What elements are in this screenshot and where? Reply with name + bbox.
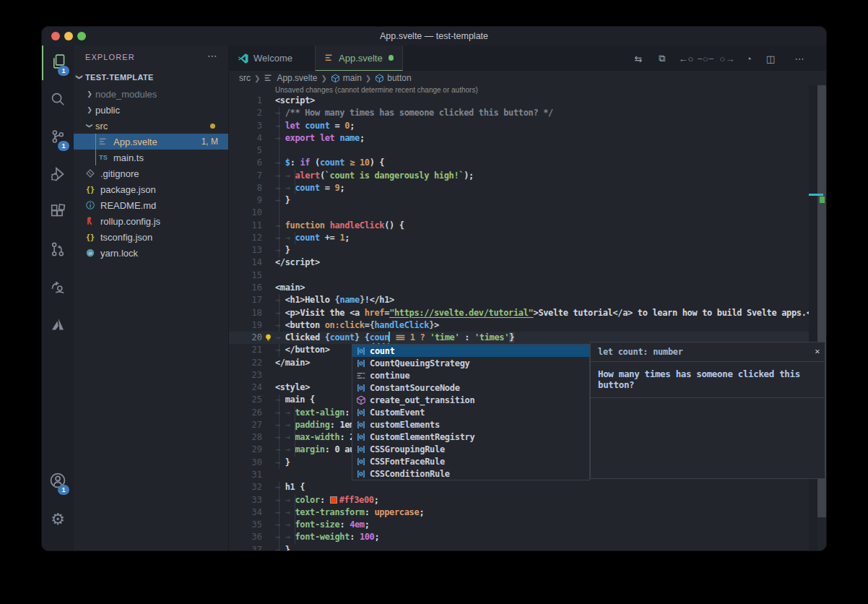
line-content: → → alert(`count is dangerously high!`); [275, 170, 474, 182]
code-line-16[interactable]: 16<main> [229, 282, 826, 294]
breadcrumb-main[interactable]: main [331, 73, 362, 83]
active-indent-guide [95, 134, 96, 165]
suggestion-cssgroupingrule[interactable]: CSSGroupingRule [352, 443, 589, 455]
navigate-back-icon[interactable]: ←○ [679, 51, 693, 66]
file-row-rollup-config-js[interactable]: rollup.config.js [74, 213, 228, 229]
tab-app-svelte[interactable]: App.svelte [316, 46, 403, 71]
file-row-src[interactable]: ❯src [74, 118, 228, 134]
more-actions-icon[interactable]: ⋯ [792, 51, 807, 66]
activity-azure[interactable] [42, 309, 74, 343]
line-content: → → count += 1; [275, 232, 350, 244]
suggestion-countqueuingstrategy[interactable]: CountQueuingStrategy [352, 357, 589, 369]
code-line-2[interactable]: 2→ /** How many times has someone clicke… [229, 107, 826, 119]
code-line-11[interactable]: 11→ function handleClick() { [229, 220, 826, 232]
code-line-4[interactable]: 4→ export let name; [229, 132, 826, 144]
file-row-readme-md[interactable]: README.md [74, 197, 228, 213]
code-line-19[interactable]: 19→ <button on:click={handleClick}> [229, 319, 826, 332]
code-line-34[interactable]: 34→ → text-transform: uppercase; [229, 506, 826, 519]
file-row-package-json[interactable]: {}package.json [74, 181, 228, 197]
line-content: → } [275, 244, 290, 256]
file-row--gitignore[interactable]: .gitignore [74, 165, 228, 181]
code-line-35[interactable]: 35→ → font-size: 4em; [229, 519, 826, 531]
activity-accounts[interactable]: 1 [42, 465, 74, 499]
code-line-15[interactable]: 15 [229, 269, 826, 282]
code-line-5[interactable]: 5 [229, 144, 826, 157]
activity-source-control[interactable]: 1 [42, 121, 74, 155]
line-content: → Clicked {count} {coun ≡ 1 ? 'time' : '… [275, 332, 514, 344]
activity-run-debug[interactable] [42, 158, 74, 193]
code-line-33[interactable]: 33→ → color: #ff3e00; [229, 494, 826, 506]
code-line-10[interactable]: 10 [229, 207, 826, 219]
line-content: → main { [275, 394, 315, 406]
overview-cursor-mark [809, 194, 823, 196]
code-line-9[interactable]: 9→ } [229, 194, 826, 207]
symbol-cube-icon [375, 74, 384, 83]
open-preview-icon[interactable]: ⧉ [655, 51, 669, 66]
code-line-6[interactable]: 6→ $: if (count ≥ 10) { [229, 157, 826, 169]
navigate-position-icon[interactable]: −○− [698, 51, 713, 66]
suggestion-cssfontfacerule[interactable]: CSSFontFaceRule [352, 455, 589, 467]
split-editor-icon[interactable]: ◫ [763, 51, 778, 66]
file-row-main-ts[interactable]: TSmain.ts [74, 150, 228, 165]
git-status-badge: 1, M [201, 137, 218, 147]
color-swatch [330, 496, 337, 504]
activity-explorer[interactable]: 1 [42, 46, 74, 80]
workspace-root-row[interactable]: ❯ TEST-TEMPLATE [74, 69, 228, 85]
breadcrumb-src[interactable]: src [239, 73, 251, 83]
open-changes-icon[interactable]: ⇆ [631, 51, 646, 66]
scrollbar-track[interactable] [809, 85, 817, 551]
breadcrumb-button[interactable]: button [375, 73, 411, 83]
code-line-17[interactable]: 17→ <h1>Hello {name}!</h1> [229, 294, 826, 306]
code-line-13[interactable]: 13→ } [229, 244, 826, 256]
file-row-yarn-lock[interactable]: yarn.lock [74, 245, 228, 261]
codelens-unsaved[interactable]: Unsaved changes (cannot determine recent… [275, 85, 478, 95]
activity-settings[interactable]: ⚙ [42, 502, 74, 537]
code-line-18[interactable]: 18→ <p>Visit the <a href="https://svelte… [229, 307, 826, 319]
activity-search[interactable] [42, 83, 74, 118]
code-line-8[interactable]: 8→ → count = 9; [229, 182, 826, 194]
tab-welcome[interactable]: Welcome [229, 46, 316, 71]
code-line-12[interactable]: 12→ → count += 1; [229, 232, 826, 244]
code-line-14[interactable]: 14</script> [229, 256, 826, 269]
line-number: 21 [229, 344, 262, 356]
line-number: 16 [229, 282, 262, 294]
code-line-7[interactable]: 7→ → alert(`count is dangerously high!`)… [229, 170, 826, 182]
suggest-details-panel: let count: number How many times has som… [590, 342, 825, 479]
breadcrumb[interactable]: src❯App.svelte❯main❯button [229, 71, 826, 85]
activity-live-share[interactable] [42, 271, 74, 306]
file-row-tsconfig-json[interactable]: {}tsconfig.json [74, 229, 228, 245]
file-row-app-svelte[interactable]: App.svelte1, M [74, 134, 228, 150]
workspace-root-label: TEST-TEMPLATE [85, 73, 154, 82]
run-icon[interactable]: ◔ [742, 51, 756, 66]
activity-extensions[interactable] [42, 196, 74, 230]
close-icon[interactable]: ✕ [815, 346, 820, 356]
code-line-1[interactable]: 1<script> [229, 95, 826, 107]
line-number: 4 [229, 132, 262, 144]
suggestion-continue[interactable]: continue [352, 369, 589, 381]
suggestion-customelementregistry[interactable]: CustomElementRegistry [352, 431, 589, 443]
file-row-public[interactable]: ❯public [74, 102, 228, 118]
navigate-forward-icon[interactable]: ○→ [720, 51, 734, 66]
file-row-node-modules[interactable]: ❯node_modules [74, 86, 228, 102]
code-line-37[interactable]: 37→ } [229, 544, 826, 551]
breadcrumb-app-svelte[interactable]: App.svelte [264, 73, 317, 83]
code-line-3[interactable]: 3→ let count = 0; [229, 120, 826, 132]
line-content: → h1 { [275, 481, 305, 493]
suggestion-customevent[interactable]: CustomEvent [352, 406, 589, 418]
svelte-lines-icon [97, 137, 110, 147]
suggestion-cssconditionrule[interactable]: CSSConditionRule [352, 467, 589, 480]
modified-dot [210, 124, 215, 129]
code-editor[interactable]: Unsaved changes (cannot determine recent… [229, 85, 826, 551]
suggestion-count[interactable]: count [352, 345, 589, 357]
suggestion-label: CSSConditionRule [370, 469, 450, 479]
code-line-32[interactable]: 32→ h1 { [229, 481, 826, 493]
hover-doc: How many times has someone clicked this … [591, 362, 825, 398]
line-number: 17 [229, 294, 262, 306]
suggestion-customelements[interactable]: customElements [352, 418, 589, 431]
activity-pull-requests[interactable] [42, 233, 74, 268]
code-line-36[interactable]: 36→ → font-weight: 100; [229, 531, 826, 543]
suggestion-create_out_transition[interactable]: create_out_transition [352, 394, 589, 406]
suggestion-constantsourcenode[interactable]: ConstantSourceNode [352, 381, 589, 394]
line-content: </main> [275, 357, 310, 369]
more-actions-icon[interactable]: ⋯ [207, 50, 218, 61]
